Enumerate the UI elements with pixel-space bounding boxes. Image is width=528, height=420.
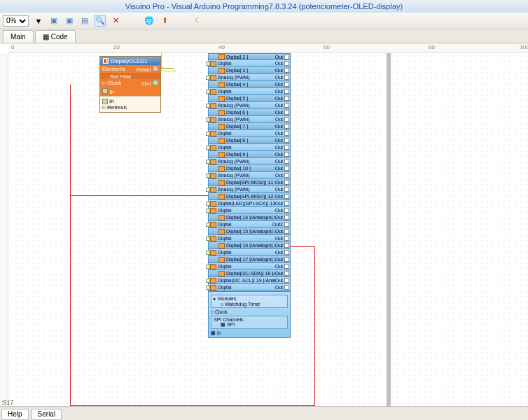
status-tab-help[interactable]: Help: [1, 409, 29, 420]
pin-in[interactable]: [206, 188, 210, 192]
pin-row[interactable]: Digital(LED)(SPI-SCK)[ 13 ]Out: [208, 200, 291, 207]
pin-row[interactable]: Analog (PWM)Out: [208, 102, 291, 109]
pin-reset[interactable]: [153, 66, 158, 71]
arduino-board[interactable]: Digital[ 2 ]OutDigitalOutDigital[ 3 ]Out…: [208, 53, 291, 338]
pin-row[interactable]: Digital[ 17 ]/AnalogIn[ 3 ]Out: [208, 256, 291, 263]
pin-out[interactable]: [284, 152, 289, 157]
pin-out[interactable]: [284, 208, 289, 213]
zoom-tool-icon[interactable]: 🔍: [95, 15, 106, 27]
pin-row[interactable]: Digital[ 16 ]/AnalogIn[ 2 ]Out: [208, 242, 291, 249]
pin-out[interactable]: [284, 124, 289, 129]
node-display-oled[interactable]: ◧ DisplayOLED1 Elements Reset ...Text Fi…: [99, 56, 161, 113]
pin-row[interactable]: Digital[ 15 ]/AnalogIn[ 1 ]Out: [208, 228, 291, 235]
pin-row[interactable]: Digital(I2C-SDA)[ 18 ]/AnalogIn[ 4 ]Out: [208, 270, 291, 277]
tab-code[interactable]: ▦Code: [35, 30, 76, 43]
pin-row[interactable]: DigitalOut: [208, 263, 291, 270]
pin-out[interactable]: [284, 285, 289, 290]
pin-in[interactable]: [206, 90, 210, 94]
wdt-row[interactable]: ⏍ Watchdog Timer: [214, 302, 285, 307]
pin-out[interactable]: [284, 96, 289, 101]
pin-row[interactable]: Digital[ 7 ]Out: [208, 123, 291, 130]
pin-out[interactable]: [284, 68, 289, 73]
pin-row[interactable]: DigitalOut: [208, 235, 291, 242]
pin-in[interactable]: [206, 237, 210, 241]
pin-row[interactable]: DigitalOut: [208, 249, 291, 256]
pin-out[interactable]: [284, 257, 289, 262]
pin-row[interactable]: Analog (PWM)Out: [208, 186, 291, 193]
pin-in[interactable]: [206, 251, 210, 255]
pin-out[interactable]: [284, 250, 289, 255]
pin-row[interactable]: Digital[ 3 ]Out: [208, 67, 291, 74]
pin-out[interactable]: [284, 131, 289, 136]
globe-icon[interactable]: 🌐: [144, 15, 155, 27]
pin-row[interactable]: Digital(I2C-SCL)[ 19 ]/AnalogIn[ 5 ]Out: [208, 277, 291, 284]
pin-in[interactable]: [206, 209, 210, 213]
pin-out[interactable]: [284, 110, 289, 115]
node-refresh-row[interactable]: ⏍Refresh: [102, 104, 158, 111]
node-elements-row[interactable]: Elements Reset: [100, 65, 160, 74]
pin-out[interactable]: [284, 278, 289, 283]
pin-out[interactable]: [284, 187, 289, 192]
pin-out[interactable]: [284, 159, 289, 164]
pin-row[interactable]: Digital(SPI-MISO)[ 12 ]Out: [208, 193, 291, 200]
node-in-row[interactable]: In: [102, 98, 158, 104]
pin-out[interactable]: [284, 166, 289, 171]
tool2-icon[interactable]: ▣: [64, 15, 75, 27]
tool3-icon[interactable]: ▤: [79, 15, 90, 27]
pin-out[interactable]: [284, 55, 289, 59]
pin-in[interactable]: [206, 223, 210, 227]
pin-row[interactable]: Digital[ 9 ]Out: [208, 151, 291, 158]
pin-row[interactable]: Digital[ 2 ]Out: [208, 53, 291, 60]
pin-out[interactable]: [284, 201, 289, 206]
pin-out[interactable]: [284, 222, 289, 227]
pin-in[interactable]: [206, 146, 210, 150]
pin-in[interactable]: [206, 265, 210, 269]
pin-in[interactable]: [206, 62, 210, 66]
in-row[interactable]: ▦ In: [211, 330, 288, 336]
pin-in[interactable]: [206, 160, 210, 164]
pin-row[interactable]: Analog (PWM)Out: [208, 74, 291, 81]
pin-row[interactable]: Digital[ 6 ]Out: [208, 109, 291, 116]
delete-icon[interactable]: ✕: [110, 15, 121, 27]
pin-out[interactable]: [284, 75, 289, 80]
pin-in[interactable]: [102, 99, 108, 104]
pin-in[interactable]: [206, 104, 210, 108]
moon-icon[interactable]: ☾: [193, 15, 204, 27]
pin-in-top[interactable]: [102, 88, 108, 94]
pin-row[interactable]: Digital[ 14 ]/AnalogIn[ 0 ]Out: [208, 214, 291, 221]
pin-row[interactable]: DigitalOut: [208, 88, 291, 95]
pin-out[interactable]: [284, 194, 289, 199]
pin-row[interactable]: Digital(SPI-MOSI)[ 11 ]Out: [208, 179, 291, 186]
node-textfield[interactable]: ...Text Field: [100, 74, 160, 79]
upload-icon[interactable]: ⬆: [159, 15, 170, 27]
pin-out[interactable]: [284, 229, 289, 234]
pin-in[interactable]: [206, 132, 210, 136]
pin-out[interactable]: [284, 82, 289, 87]
pin-row[interactable]: DigitalOut: [208, 144, 291, 151]
pin-out[interactable]: [284, 117, 289, 122]
modules-group[interactable]: ▸ Modules⏍ Watchdog Timer: [211, 295, 288, 308]
pin-in[interactable]: [206, 202, 210, 206]
tool1-icon[interactable]: ▣: [48, 15, 60, 27]
pin-in[interactable]: [206, 118, 210, 122]
pin-out[interactable]: [284, 138, 289, 143]
pin-row[interactable]: DigitalOut: [208, 60, 291, 67]
pin-row[interactable]: Digital[ 4 ]Out: [208, 81, 291, 88]
pin-in[interactable]: [206, 174, 210, 178]
pin-out[interactable]: [284, 236, 289, 241]
pin-out[interactable]: [284, 103, 289, 108]
tab-main[interactable]: Main: [3, 30, 34, 43]
pin-row[interactable]: Digital[ 8 ]Out: [208, 137, 291, 144]
spi-group[interactable]: SPI Channels▦ SPI: [211, 316, 288, 329]
pin-out[interactable]: [284, 89, 289, 94]
pin-out[interactable]: [284, 173, 289, 178]
pin-out[interactable]: [284, 61, 289, 66]
pin-row[interactable]: DigitalOut: [208, 284, 291, 291]
pin-row[interactable]: Analog (PWM)Out: [208, 116, 291, 123]
tool-dropdown-icon[interactable]: ▼: [33, 15, 44, 27]
pin-in[interactable]: [206, 279, 210, 283]
pin-row[interactable]: DigitalOut: [208, 130, 291, 137]
pin-out[interactable]: [284, 145, 289, 150]
pin-out[interactable]: [284, 215, 289, 220]
pin-row[interactable]: Digital[ 10 ]Out: [208, 165, 291, 172]
